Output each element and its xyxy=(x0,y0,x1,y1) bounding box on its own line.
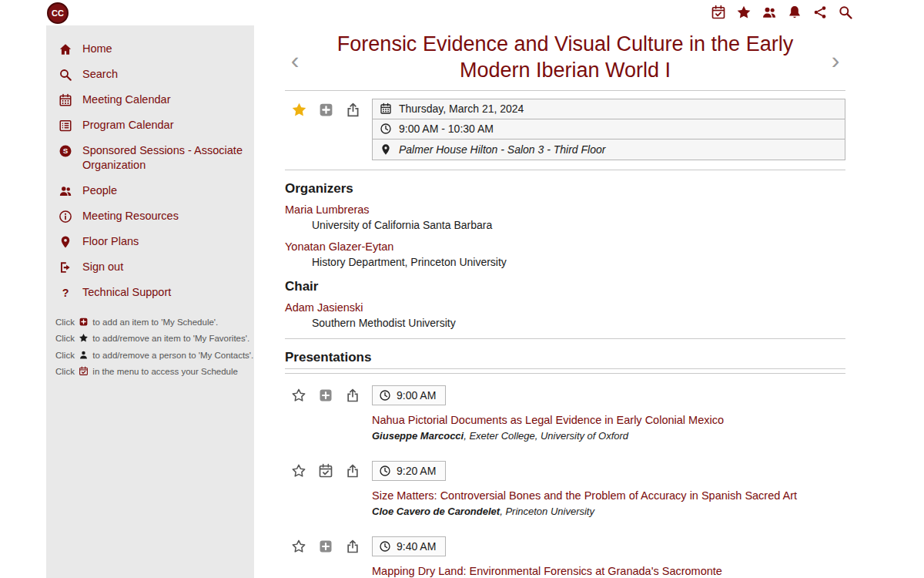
organizers-heading: Organizers xyxy=(285,181,845,197)
clock-icon xyxy=(379,465,391,477)
help-text: to add/remove an item to 'My Favorites'. xyxy=(92,334,249,343)
share-nodes-icon[interactable] xyxy=(812,5,828,20)
sidebar-item-search[interactable]: Search xyxy=(46,62,254,87)
sidebar-item-label: Meeting Resources xyxy=(82,209,179,223)
presentation-item: 9:00 AM Nahua Pictorial Documents as Leg… xyxy=(285,385,845,442)
scheduled-calendar-check-icon[interactable] xyxy=(318,463,333,479)
sidebar-item-label: Meeting Calendar xyxy=(82,92,170,107)
presentation-item: 9:40 AM Mapping Dry Land: Environmental … xyxy=(285,536,845,578)
sidebar-item-technical-support[interactable]: Technical Support xyxy=(46,280,254,305)
session-actions xyxy=(285,99,372,160)
presenter-name: Cloe Cavero de Carondelet xyxy=(372,506,500,517)
home-icon xyxy=(59,42,72,56)
presentations-heading: Presentations xyxy=(285,350,845,365)
next-session-chevron[interactable]: › xyxy=(825,48,845,72)
sidebar-item-label: Program Calendar xyxy=(82,118,173,133)
presentation-time-box: 9:20 AM xyxy=(372,461,446,481)
sidebar-item-sponsored-sessions[interactable]: Sponsored Sessions - Associate Organizat… xyxy=(46,138,254,178)
person-link[interactable]: Adam Jasienski xyxy=(285,301,845,314)
program-list-icon xyxy=(59,119,72,133)
calendar-icon xyxy=(380,102,392,115)
session-date: Thursday, March 21, 2024 xyxy=(399,102,524,115)
presentation-title-link[interactable]: Size Matters: Controversial Bones and th… xyxy=(372,489,845,502)
sidebar: Home Search Meeting Calendar Program Cal… xyxy=(46,25,254,578)
person-icon xyxy=(79,350,89,360)
person-link[interactable]: Yonatan Glazer-Eytan xyxy=(285,240,845,253)
star-icon xyxy=(79,333,89,343)
question-icon xyxy=(59,286,72,300)
share-icon[interactable] xyxy=(345,388,360,403)
session-title-row: ‹ Forensic Evidence and Visual Culture i… xyxy=(285,30,845,90)
presentation-presenter: Cloe Cavero de Carondelet, Princeton Uni… xyxy=(372,506,845,517)
sidebar-item-home[interactable]: Home xyxy=(46,36,254,62)
add-to-schedule-plus-icon[interactable] xyxy=(318,388,333,403)
clock-icon xyxy=(379,540,391,553)
presentation-presenter: Giuseppe Marcocci, Exeter College, Unive… xyxy=(372,430,845,442)
help-text: to add/remove a person to 'My Contacts'. xyxy=(92,351,253,360)
organizer-entry: Yonatan Glazer-Eytan History Department,… xyxy=(285,240,845,268)
presentation-title-link[interactable]: Mapping Dry Land: Environmental Forensic… xyxy=(372,565,845,577)
presentation-title-link[interactable]: Nahua Pictorial Documents as Legal Evide… xyxy=(372,414,845,426)
schedule-calendar-check-icon xyxy=(79,366,89,376)
presentation-time-box: 9:00 AM xyxy=(372,385,446,405)
schedule-calendar-check-icon[interactable] xyxy=(711,5,726,20)
favorite-star-icon[interactable] xyxy=(291,102,307,118)
map-pin-icon xyxy=(59,235,72,249)
divider xyxy=(285,368,845,369)
sidebar-item-label: Technical Support xyxy=(82,285,171,300)
favorite-star-outline-icon[interactable] xyxy=(291,388,306,403)
presenter-name: Giuseppe Marcocci xyxy=(372,430,464,442)
sidebar-item-people[interactable]: People xyxy=(46,178,254,203)
search-icon[interactable] xyxy=(838,5,853,20)
help-text: in the menu to access your Schedule xyxy=(92,367,238,376)
session-meta-row: Thursday, March 21, 2024 9:00 AM - 10:30… xyxy=(285,99,845,160)
presenter-affiliation: , Princeton University xyxy=(500,506,594,517)
favorite-star-outline-icon[interactable] xyxy=(291,463,306,479)
divider xyxy=(285,170,845,170)
help-prefix: Click xyxy=(55,334,75,343)
sign-out-icon xyxy=(59,260,72,274)
plus-box-icon xyxy=(79,317,89,327)
info-icon xyxy=(59,210,72,223)
share-icon[interactable] xyxy=(345,102,361,118)
contacts-people-icon[interactable] xyxy=(762,5,777,20)
help-prefix: Click xyxy=(55,367,75,376)
presenter-affiliation: , Exeter College, University of Oxford xyxy=(464,430,628,442)
calendar-icon xyxy=(59,93,72,107)
sidebar-item-program-calendar[interactable]: Program Calendar xyxy=(46,113,254,138)
divider xyxy=(285,338,845,339)
chair-entry: Adam Jasienski Southern Methodist Univer… xyxy=(285,301,845,329)
presentation-actions xyxy=(291,388,360,403)
sidebar-item-label: Sign out xyxy=(82,260,123,274)
notifications-bell-icon[interactable] xyxy=(787,5,802,20)
clock-icon xyxy=(379,389,391,402)
session-location-row: Palmer House Hilton - Salon 3 - Third Fl… xyxy=(373,139,845,160)
help-line-menu-schedule: Click in the menu to access your Schedul… xyxy=(55,364,254,381)
app-logo[interactable]: CC xyxy=(47,2,69,24)
sidebar-item-label: Search xyxy=(82,67,118,82)
sidebar-item-meeting-resources[interactable]: Meeting Resources xyxy=(46,203,254,229)
map-pin-icon xyxy=(380,143,392,156)
share-icon[interactable] xyxy=(345,463,360,479)
prev-session-chevron[interactable]: ‹ xyxy=(285,48,305,72)
help-line-schedule: Click to add an item to 'My Schedule'. xyxy=(55,314,254,331)
person-affiliation: History Department, Princeton University xyxy=(312,256,845,268)
presentation-actions xyxy=(291,539,360,554)
sidebar-help: Click to add an item to 'My Schedule'. C… xyxy=(46,314,254,381)
sidebar-item-label: Sponsored Sessions - Associate Organizat… xyxy=(82,143,246,173)
sidebar-item-floor-plans[interactable]: Floor Plans xyxy=(46,229,254,254)
person-link[interactable]: Maria Lumbreras xyxy=(285,203,845,216)
sidebar-item-meeting-calendar[interactable]: Meeting Calendar xyxy=(46,87,254,113)
search-icon xyxy=(59,68,72,82)
person-affiliation: Southern Methodist University xyxy=(312,317,845,329)
sidebar-item-sign-out[interactable]: Sign out xyxy=(46,254,254,280)
sponsored-circle-icon xyxy=(59,144,72,158)
add-to-schedule-plus-icon[interactable] xyxy=(318,102,334,118)
session-title: Forensic Evidence and Visual Culture in … xyxy=(307,32,823,84)
favorites-star-icon[interactable] xyxy=(736,5,752,20)
favorite-star-outline-icon[interactable] xyxy=(291,539,306,554)
presentation-time: 9:00 AM xyxy=(397,389,436,402)
help-line-contacts: Click to add/remove a person to 'My Cont… xyxy=(55,348,254,365)
share-icon[interactable] xyxy=(345,539,360,554)
add-to-schedule-plus-icon[interactable] xyxy=(318,539,333,554)
